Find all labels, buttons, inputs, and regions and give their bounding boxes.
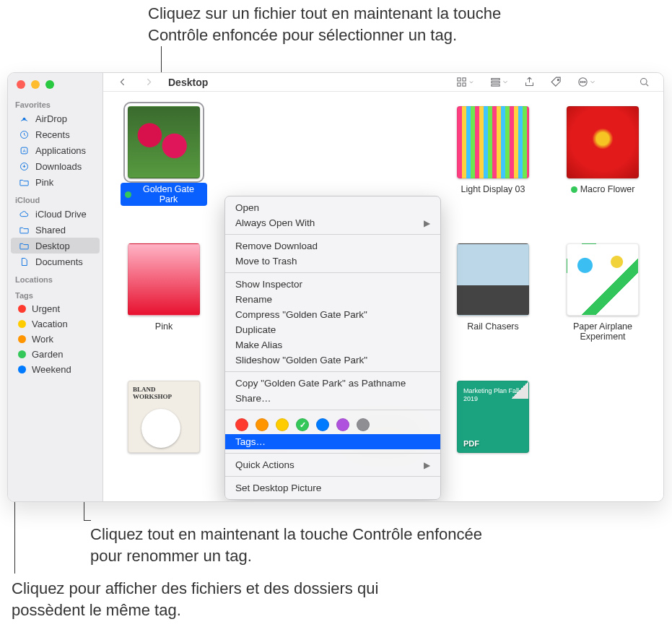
minimize-icon[interactable] bbox=[31, 80, 40, 89]
back-button[interactable] bbox=[112, 73, 133, 91]
file-label-text: Macro Flower bbox=[580, 184, 635, 194]
separator bbox=[225, 453, 440, 454]
sidebar-tag-urgent[interactable]: Urgent bbox=[11, 301, 100, 316]
sidebar-item-label: Work bbox=[32, 334, 53, 345]
tag-dot-icon bbox=[18, 320, 26, 328]
toolbar: Desktop bbox=[103, 73, 663, 92]
ctx-tag-purple[interactable] bbox=[336, 418, 349, 431]
file-item[interactable]: BLANDWORKSHOP bbox=[121, 381, 207, 502]
file-thumbnail bbox=[567, 106, 639, 178]
ctx-open[interactable]: Open bbox=[225, 200, 440, 215]
tag-dot-icon bbox=[18, 335, 26, 343]
file-item[interactable]: Paper Airplane Experiment bbox=[559, 243, 646, 366]
svg-rect-6 bbox=[463, 78, 466, 81]
annotation-bottom: Cliquez pour afficher des fichiers et de… bbox=[12, 578, 416, 620]
svg-rect-10 bbox=[492, 82, 499, 83]
ctx-quick-actions[interactable]: Quick Actions▶ bbox=[225, 457, 440, 472]
window-title: Desktop bbox=[168, 77, 208, 88]
sidebar-item-desktop[interactable]: Desktop bbox=[11, 238, 100, 254]
download-icon bbox=[18, 160, 30, 172]
share-button[interactable] bbox=[519, 73, 540, 91]
tag-dot-icon bbox=[18, 305, 26, 313]
separator bbox=[225, 272, 440, 273]
ctx-share[interactable]: Share… bbox=[225, 391, 440, 406]
callout-line bbox=[14, 496, 15, 574]
view-icons-button[interactable] bbox=[451, 73, 479, 91]
context-menu: Open Always Open With▶ Remove Download M… bbox=[224, 196, 441, 500]
group-button[interactable] bbox=[485, 73, 513, 91]
ctx-slideshow[interactable]: Slideshow "Golden Gate Park" bbox=[225, 353, 440, 368]
ctx-tag-red[interactable] bbox=[235, 418, 248, 431]
ctx-rename[interactable]: Rename bbox=[225, 292, 440, 307]
ctx-copy-pathname[interactable]: Copy "Golden Gate Park" as Pathname bbox=[225, 376, 440, 391]
airdrop-icon bbox=[18, 113, 30, 124]
ctx-always-open-with[interactable]: Always Open With▶ bbox=[225, 215, 440, 230]
sidebar-item-pink[interactable]: Pink bbox=[11, 174, 100, 190]
sidebar-tag-garden[interactable]: Garden bbox=[11, 347, 100, 362]
svg-point-12 bbox=[557, 79, 559, 81]
sidebar-item-icloud-drive[interactable]: iCloud Drive bbox=[11, 206, 100, 222]
ctx-set-desktop-picture[interactable]: Set Desktop Picture bbox=[225, 480, 440, 496]
tags-button[interactable] bbox=[546, 73, 567, 91]
separator bbox=[225, 410, 440, 410]
file-thumbnail bbox=[567, 243, 639, 316]
search-button[interactable] bbox=[634, 73, 655, 91]
ctx-tag-green[interactable] bbox=[296, 418, 309, 431]
annotation-top: Cliquez sur un fichier tout en maintenan… bbox=[148, 3, 552, 46]
ctx-tag-blue[interactable] bbox=[316, 418, 329, 431]
file-label-text: Golden Gate Park bbox=[134, 184, 203, 204]
file-thumbnail: BLANDWORKSHOP bbox=[128, 381, 200, 453]
sidebar-item-label: Pink bbox=[35, 177, 53, 188]
sidebar-item-applications[interactable]: A Applications bbox=[11, 142, 100, 158]
sidebar-item-documents[interactable]: Documents bbox=[11, 254, 100, 269]
file-label: Light Display 03 bbox=[457, 183, 530, 196]
ctx-move-to-trash[interactable]: Move to Trash bbox=[225, 254, 440, 269]
file-label: Macro Flower bbox=[567, 183, 640, 196]
svg-rect-7 bbox=[458, 83, 461, 86]
sidebar-tag-weekend[interactable]: Weekend bbox=[11, 362, 100, 377]
file-thumbnail bbox=[457, 106, 529, 178]
svg-rect-9 bbox=[492, 79, 499, 80]
app-icon: A bbox=[18, 144, 30, 156]
ctx-compress[interactable]: Compress "Golden Gate Park" bbox=[225, 307, 440, 322]
pdf-badge: PDF bbox=[463, 439, 479, 448]
ctx-tag-orange[interactable] bbox=[256, 418, 269, 431]
forward-button[interactable] bbox=[139, 73, 160, 91]
sidebar-tag-work[interactable]: Work bbox=[11, 332, 100, 347]
tag-dot-icon bbox=[571, 186, 577, 193]
ctx-show-inspector[interactable]: Show Inspector bbox=[225, 277, 440, 292]
doc-icon bbox=[18, 256, 30, 267]
finder-window: Favorites AirDrop Recents A Applications… bbox=[7, 72, 664, 502]
file-item[interactable]: Light Display 03 bbox=[450, 106, 536, 229]
folder-icon bbox=[18, 176, 30, 188]
sidebar-item-recents[interactable]: Recents bbox=[11, 126, 100, 142]
file-item[interactable]: Pink bbox=[121, 243, 207, 366]
sidebar-tag-vacation[interactable]: Vacation bbox=[11, 316, 100, 332]
close-icon[interactable] bbox=[17, 80, 25, 89]
sidebar-item-shared[interactable]: Shared bbox=[11, 222, 100, 238]
file-label: Rail Chasers bbox=[463, 320, 523, 333]
zoom-icon[interactable] bbox=[45, 80, 54, 89]
ctx-tag-yellow[interactable] bbox=[276, 418, 289, 431]
file-item[interactable]: Golden Gate Park bbox=[121, 106, 207, 229]
file-item[interactable]: Rail Chasers bbox=[450, 243, 536, 366]
sidebar-item-downloads[interactable]: Downloads bbox=[11, 158, 100, 174]
tag-dot-icon bbox=[125, 191, 131, 198]
ctx-remove-download[interactable]: Remove Download bbox=[225, 238, 440, 254]
callout-line bbox=[84, 520, 91, 521]
svg-rect-11 bbox=[492, 85, 499, 86]
ctx-tag-gray[interactable] bbox=[357, 418, 370, 431]
sidebar-item-airdrop[interactable]: AirDrop bbox=[11, 111, 100, 126]
ctx-make-alias[interactable]: Make Alias bbox=[225, 337, 440, 353]
ctx-tags[interactable]: Tags… bbox=[225, 434, 440, 449]
svg-rect-5 bbox=[458, 78, 461, 81]
separator bbox=[225, 476, 440, 477]
file-item[interactable]: Macro Flower bbox=[559, 106, 646, 229]
more-button[interactable] bbox=[572, 73, 601, 91]
file-item[interactable]: Marketing Plan Fall 2019 PDF bbox=[450, 381, 536, 502]
folder-icon bbox=[18, 240, 30, 251]
sidebar-item-label: Urgent bbox=[32, 303, 60, 314]
ctx-duplicate[interactable]: Duplicate bbox=[225, 322, 440, 337]
svg-text:A: A bbox=[22, 148, 26, 153]
file-thumbnail bbox=[128, 243, 200, 316]
